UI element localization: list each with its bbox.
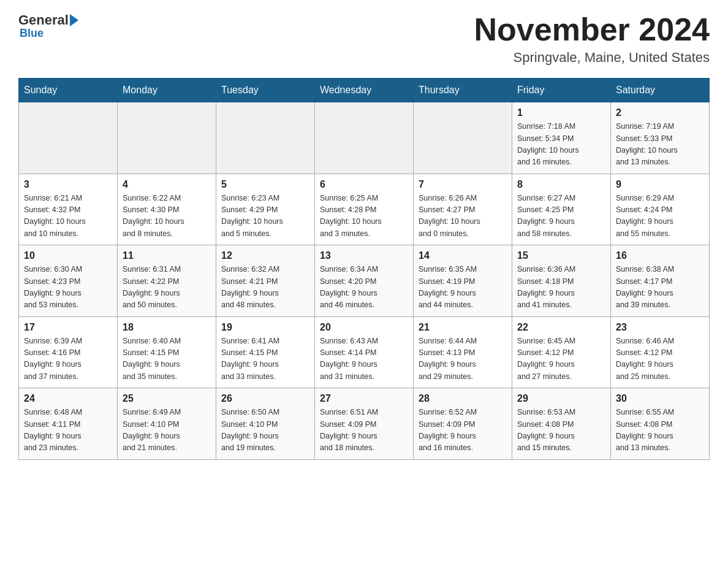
day-number: 1 (517, 107, 605, 118)
day-number: 26 (221, 393, 309, 404)
subtitle: Springvale, Maine, United States (474, 50, 710, 66)
day-cell: 18Sunrise: 6:40 AM Sunset: 4:15 PM Dayli… (118, 316, 216, 388)
day-number: 3 (24, 179, 112, 190)
day-number: 8 (517, 179, 605, 190)
header: General Blue November 2024 Springvale, M… (18, 12, 710, 66)
day-cell: 24Sunrise: 6:48 AM Sunset: 4:11 PM Dayli… (19, 388, 118, 460)
day-cell (19, 102, 118, 174)
day-info: Sunrise: 6:29 AM Sunset: 4:24 PM Dayligh… (616, 193, 704, 240)
day-cell: 2Sunrise: 7:19 AM Sunset: 5:33 PM Daylig… (611, 102, 710, 174)
day-cell: 8Sunrise: 6:27 AM Sunset: 4:25 PM Daylig… (512, 174, 611, 245)
day-info: Sunrise: 6:41 AM Sunset: 4:15 PM Dayligh… (221, 335, 309, 383)
day-info: Sunrise: 6:32 AM Sunset: 4:21 PM Dayligh… (221, 264, 309, 312)
day-cell: 21Sunrise: 6:44 AM Sunset: 4:13 PM Dayli… (414, 316, 512, 388)
day-number: 17 (24, 322, 112, 333)
day-info: Sunrise: 6:22 AM Sunset: 4:30 PM Dayligh… (123, 193, 211, 240)
day-number: 29 (517, 393, 605, 404)
day-cell: 25Sunrise: 6:49 AM Sunset: 4:10 PM Dayli… (118, 388, 216, 460)
day-info: Sunrise: 6:50 AM Sunset: 4:10 PM Dayligh… (221, 407, 309, 454)
day-cell: 16Sunrise: 6:38 AM Sunset: 4:17 PM Dayli… (611, 245, 710, 317)
day-number: 11 (123, 250, 211, 261)
day-info: Sunrise: 6:51 AM Sunset: 4:09 PM Dayligh… (320, 407, 408, 454)
day-info: Sunrise: 6:23 AM Sunset: 4:29 PM Dayligh… (221, 193, 309, 240)
main-title: November 2024 (474, 12, 710, 47)
day-cell: 12Sunrise: 6:32 AM Sunset: 4:21 PM Dayli… (216, 245, 315, 317)
logo-text: General (18, 12, 80, 28)
calendar-table: SundayMondayTuesdayWednesdayThursdayFrid… (18, 78, 710, 460)
header-row: SundayMondayTuesdayWednesdayThursdayFrid… (19, 79, 710, 102)
day-number: 19 (221, 322, 309, 333)
week-row-4: 17Sunrise: 6:39 AM Sunset: 4:16 PM Dayli… (19, 316, 710, 388)
day-number: 7 (419, 179, 507, 190)
day-info: Sunrise: 6:27 AM Sunset: 4:25 PM Dayligh… (517, 193, 605, 240)
day-info: Sunrise: 6:38 AM Sunset: 4:17 PM Dayligh… (616, 264, 704, 312)
header-cell-monday: Monday (118, 79, 216, 102)
day-number: 23 (616, 322, 704, 333)
calendar-body: 1Sunrise: 7:18 AM Sunset: 5:34 PM Daylig… (19, 102, 710, 460)
day-cell: 22Sunrise: 6:45 AM Sunset: 4:12 PM Dayli… (512, 316, 611, 388)
day-info: Sunrise: 6:49 AM Sunset: 4:10 PM Dayligh… (123, 407, 211, 454)
day-number: 30 (616, 393, 704, 404)
day-info: Sunrise: 6:39 AM Sunset: 4:16 PM Dayligh… (24, 335, 112, 383)
day-cell: 26Sunrise: 6:50 AM Sunset: 4:10 PM Dayli… (216, 388, 315, 460)
title-area: November 2024 Springvale, Maine, United … (474, 12, 710, 66)
day-number: 2 (616, 107, 704, 118)
day-number: 20 (320, 322, 408, 333)
day-info: Sunrise: 6:25 AM Sunset: 4:28 PM Dayligh… (320, 193, 408, 240)
day-number: 9 (616, 179, 704, 190)
day-cell: 17Sunrise: 6:39 AM Sunset: 4:16 PM Dayli… (19, 316, 118, 388)
day-info: Sunrise: 6:36 AM Sunset: 4:18 PM Dayligh… (517, 264, 605, 312)
day-cell: 14Sunrise: 6:35 AM Sunset: 4:19 PM Dayli… (414, 245, 512, 317)
day-info: Sunrise: 6:52 AM Sunset: 4:09 PM Dayligh… (419, 407, 507, 454)
day-info: Sunrise: 6:45 AM Sunset: 4:12 PM Dayligh… (517, 335, 605, 383)
day-info: Sunrise: 6:46 AM Sunset: 4:12 PM Dayligh… (616, 335, 704, 383)
day-cell: 1Sunrise: 7:18 AM Sunset: 5:34 PM Daylig… (512, 102, 611, 174)
day-cell: 7Sunrise: 6:26 AM Sunset: 4:27 PM Daylig… (414, 174, 512, 245)
week-row-2: 3Sunrise: 6:21 AM Sunset: 4:32 PM Daylig… (19, 174, 710, 245)
day-number: 12 (221, 250, 309, 261)
day-number: 28 (419, 393, 507, 404)
day-cell: 15Sunrise: 6:36 AM Sunset: 4:18 PM Dayli… (512, 245, 611, 317)
day-info: Sunrise: 6:53 AM Sunset: 4:08 PM Dayligh… (517, 407, 605, 454)
day-cell: 27Sunrise: 6:51 AM Sunset: 4:09 PM Dayli… (315, 388, 414, 460)
day-number: 22 (517, 322, 605, 333)
day-info: Sunrise: 6:35 AM Sunset: 4:19 PM Dayligh… (419, 264, 507, 312)
day-cell: 28Sunrise: 6:52 AM Sunset: 4:09 PM Dayli… (414, 388, 512, 460)
day-cell: 10Sunrise: 6:30 AM Sunset: 4:23 PM Dayli… (19, 245, 118, 317)
day-cell: 4Sunrise: 6:22 AM Sunset: 4:30 PM Daylig… (118, 174, 216, 245)
header-cell-thursday: Thursday (414, 79, 512, 102)
calendar-header: SundayMondayTuesdayWednesdayThursdayFrid… (19, 79, 710, 102)
day-number: 4 (123, 179, 211, 190)
day-cell: 5Sunrise: 6:23 AM Sunset: 4:29 PM Daylig… (216, 174, 315, 245)
day-info: Sunrise: 6:26 AM Sunset: 4:27 PM Dayligh… (419, 193, 507, 240)
day-number: 24 (24, 393, 112, 404)
logo-general: General (18, 12, 69, 28)
day-info: Sunrise: 6:48 AM Sunset: 4:11 PM Dayligh… (24, 407, 112, 454)
day-info: Sunrise: 7:18 AM Sunset: 5:34 PM Dayligh… (517, 121, 605, 169)
week-row-3: 10Sunrise: 6:30 AM Sunset: 4:23 PM Dayli… (19, 245, 710, 317)
day-cell: 13Sunrise: 6:34 AM Sunset: 4:20 PM Dayli… (315, 245, 414, 317)
day-info: Sunrise: 6:44 AM Sunset: 4:13 PM Dayligh… (419, 335, 507, 383)
day-number: 16 (616, 250, 704, 261)
day-cell (216, 102, 315, 174)
day-info: Sunrise: 6:21 AM Sunset: 4:32 PM Dayligh… (24, 193, 112, 240)
day-number: 10 (24, 250, 112, 261)
day-number: 5 (221, 179, 309, 190)
day-info: Sunrise: 6:30 AM Sunset: 4:23 PM Dayligh… (24, 264, 112, 312)
day-number: 21 (419, 322, 507, 333)
day-number: 14 (419, 250, 507, 261)
day-info: Sunrise: 6:43 AM Sunset: 4:14 PM Dayligh… (320, 335, 408, 383)
day-cell: 11Sunrise: 6:31 AM Sunset: 4:22 PM Dayli… (118, 245, 216, 317)
day-cell (118, 102, 216, 174)
header-cell-friday: Friday (512, 79, 611, 102)
day-info: Sunrise: 7:19 AM Sunset: 5:33 PM Dayligh… (616, 121, 704, 169)
day-number: 18 (123, 322, 211, 333)
day-cell: 23Sunrise: 6:46 AM Sunset: 4:12 PM Dayli… (611, 316, 710, 388)
day-cell: 3Sunrise: 6:21 AM Sunset: 4:32 PM Daylig… (19, 174, 118, 245)
logo-blue: Blue (18, 27, 44, 40)
day-cell: 20Sunrise: 6:43 AM Sunset: 4:14 PM Dayli… (315, 316, 414, 388)
day-info: Sunrise: 6:40 AM Sunset: 4:15 PM Dayligh… (123, 335, 211, 383)
day-cell (315, 102, 414, 174)
week-row-5: 24Sunrise: 6:48 AM Sunset: 4:11 PM Dayli… (19, 388, 710, 460)
day-cell: 29Sunrise: 6:53 AM Sunset: 4:08 PM Dayli… (512, 388, 611, 460)
